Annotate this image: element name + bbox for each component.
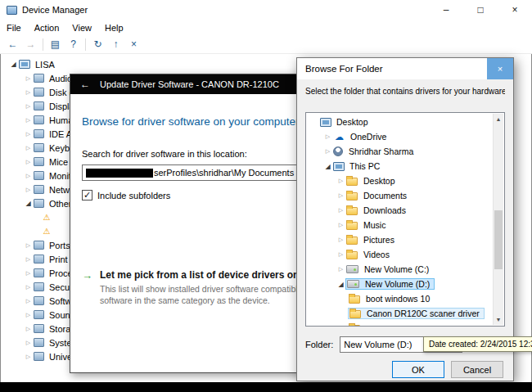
- ok-button[interactable]: OK: [392, 361, 444, 378]
- chevron-right-icon[interactable]: ▷: [336, 207, 346, 214]
- chevron-right-icon[interactable]: ▷: [23, 354, 34, 360]
- folder-item-boot-windows-10[interactable]: boot windows 10: [306, 291, 492, 306]
- chevron-right-icon[interactable]: ▷: [23, 75, 34, 82]
- wizard-back-icon[interactable]: ←: [80, 79, 90, 90]
- folder-item-videos[interactable]: ▷Videos: [306, 247, 492, 262]
- user-icon: [333, 146, 343, 156]
- device-category-icon: [34, 255, 44, 264]
- folder-item-canon-driver[interactable]: Canon DR120C scaner driver: [306, 306, 492, 321]
- warning-icon: ⚠: [41, 213, 52, 222]
- onedrive-cloud-icon: ☁: [333, 132, 345, 142]
- chevron-right-icon[interactable]: ▷: [336, 178, 346, 184]
- folder-icon: [346, 222, 358, 230]
- chevron-right-icon[interactable]: ▷: [23, 256, 34, 263]
- folder-item-pictures[interactable]: ▷Pictures: [306, 232, 492, 247]
- chevron-right-icon[interactable]: ▷: [23, 312, 34, 318]
- folder-item-desktop[interactable]: ▷Desktop: [306, 173, 492, 188]
- chevron-right-icon[interactable]: ▷: [23, 326, 34, 332]
- folder-item-this-pc[interactable]: ◢This PC: [306, 159, 492, 173]
- desktop-icon: [320, 118, 331, 127]
- folder-item-music[interactable]: ▷Music: [306, 218, 492, 232]
- device-category-icon: [34, 88, 44, 97]
- chevron-right-icon[interactable]: ▷: [23, 173, 34, 179]
- back-icon[interactable]: ←: [4, 36, 21, 52]
- device-category-icon: [34, 282, 44, 291]
- chevron-expanded-icon[interactable]: ◢: [8, 61, 19, 68]
- device-category-icon: [34, 171, 44, 180]
- chevron-right-icon[interactable]: ▷: [322, 148, 333, 155]
- device-category-icon: [34, 310, 44, 319]
- scrollbar-thumb[interactable]: [494, 210, 503, 269]
- scan-hardware-changes-icon[interactable]: ↻: [89, 36, 106, 52]
- chevron-right-icon[interactable]: ▷: [23, 89, 34, 96]
- device-category-icon: [34, 324, 44, 333]
- folder-item-downloads[interactable]: ▷Downloads: [306, 203, 492, 218]
- menu-help[interactable]: Help: [98, 23, 130, 33]
- chevron-right-icon[interactable]: ▷: [23, 103, 34, 110]
- device-category-icon: [34, 74, 44, 83]
- chevron-right-icon[interactable]: ▷: [23, 340, 34, 346]
- chevron-right-icon[interactable]: ▷: [23, 187, 34, 193]
- browse-for-folder-dialog: Browse For Folder × Select the folder th…: [296, 57, 514, 381]
- wizard-title: Update Driver Software - CANON DR-1210C: [100, 79, 279, 89]
- forward-icon[interactable]: →: [22, 36, 39, 52]
- device-category-icon: [34, 185, 44, 194]
- chevron-right-icon[interactable]: ▷: [336, 251, 346, 258]
- chevron-right-icon[interactable]: ▷: [23, 242, 34, 249]
- folder-item-volume-d[interactable]: ◢New Volume (D:): [306, 277, 492, 291]
- device-category-icon: [34, 115, 44, 124]
- dialog-title: Browse For Folder: [305, 64, 383, 74]
- folder-item-user-profile[interactable]: ▷Shridhar Sharma: [306, 144, 492, 159]
- chevron-expanded-icon[interactable]: ◢: [322, 163, 333, 170]
- chevron-expanded-icon[interactable]: ◢: [23, 200, 34, 207]
- computer-icon: [19, 60, 30, 69]
- chevron-right-icon[interactable]: ▷: [23, 117, 34, 124]
- folder-item-onedrive[interactable]: ▷☁OneDrive: [306, 129, 492, 144]
- folder-item-volume-c[interactable]: ▷New Volume (C:): [306, 262, 492, 277]
- chevron-right-icon[interactable]: ▷: [23, 131, 34, 137]
- device-category-icon: [34, 241, 44, 250]
- device-manager-icon: [7, 6, 17, 15]
- chevron-right-icon[interactable]: ▷: [336, 222, 346, 228]
- warning-icon: ⚠: [41, 227, 52, 236]
- menu-action[interactable]: Action: [28, 23, 66, 33]
- chevron-right-icon[interactable]: ▷: [23, 284, 34, 291]
- device-category-icon: [34, 129, 44, 138]
- folder-item-label: Shridhar Sharma: [347, 146, 415, 156]
- chevron-right-icon[interactable]: ▷: [336, 237, 346, 243]
- chevron-right-icon[interactable]: ▷: [23, 145, 34, 151]
- include-subfolders-checkbox[interactable]: ✓: [82, 190, 92, 201]
- menu-file[interactable]: File: [0, 23, 28, 33]
- menu-view[interactable]: View: [65, 23, 98, 33]
- chevron-right-icon[interactable]: ▷: [23, 159, 34, 165]
- tree-scrollbar[interactable]: ▲ ▼: [493, 114, 503, 325]
- minimize-button[interactable]: –: [429, 0, 463, 20]
- scroll-down-icon[interactable]: ▼: [494, 314, 503, 325]
- folder-item-desktop-root[interactable]: Desktop: [306, 115, 492, 129]
- chevron-right-icon[interactable]: ▷: [23, 298, 34, 304]
- folder-icon: [346, 178, 358, 186]
- folder-item-label: This PC: [348, 161, 381, 171]
- folder-item-documents[interactable]: ▷Documents: [306, 188, 492, 203]
- drive-icon: [346, 265, 358, 273]
- chevron-right-icon[interactable]: ▷: [336, 266, 346, 273]
- update-driver-icon[interactable]: ↑: [107, 36, 124, 52]
- chevron-right-icon[interactable]: ▷: [336, 192, 346, 199]
- close-button[interactable]: ×: [498, 0, 532, 20]
- tree-root-computer[interactable]: ◢ LISA: [3, 57, 295, 71]
- chevron-right-icon[interactable]: ▷: [322, 133, 333, 140]
- drive-icon: [347, 280, 359, 288]
- dialog-close-icon[interactable]: ×: [487, 58, 513, 79]
- help-icon[interactable]: ?: [65, 36, 82, 52]
- scroll-up-icon[interactable]: ▲: [494, 114, 503, 124]
- uninstall-device-icon[interactable]: ×: [125, 36, 142, 52]
- date-created-tooltip: Date created: 2/24/2015 12:3: [423, 336, 532, 352]
- folder-item-partial[interactable]: [306, 321, 492, 327]
- cancel-button[interactable]: Cancel: [451, 361, 503, 378]
- folder-item-label: boot windows 10: [364, 294, 431, 304]
- chevron-expanded-icon[interactable]: ◢: [336, 281, 346, 288]
- maximize-button[interactable]: □: [463, 0, 498, 20]
- folder-icon: [346, 251, 358, 259]
- chevron-right-icon[interactable]: ▷: [23, 270, 34, 277]
- console-tree-icon[interactable]: ▤: [47, 36, 64, 52]
